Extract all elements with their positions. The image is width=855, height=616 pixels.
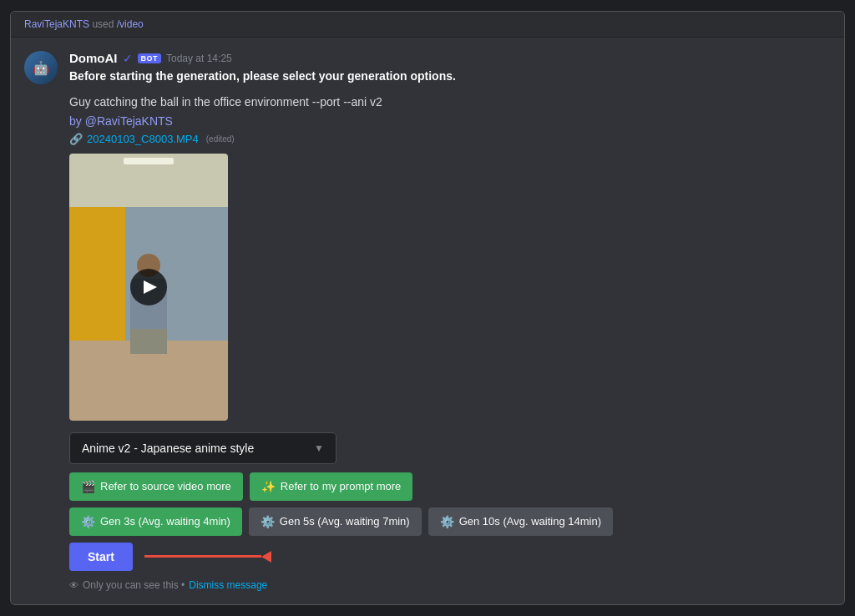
refer-prompt-label: Refer to my prompt more [281,480,402,492]
refer-prompt-icon: ✨ [261,480,276,493]
refer-source-video-icon: 🎬 [81,480,95,493]
command-bar: RaviTejaKNTS used /video [11,12,844,38]
dismiss-link[interactable]: Dismiss message [189,579,267,591]
command-action: used [92,18,114,30]
only-you-text: Only you can see this • [83,579,185,591]
prompt-text: Guy catching the ball in the office envi… [69,93,831,111]
refer-source-video-button[interactable]: 🎬 Refer to source video more [69,472,243,501]
command-slash: /video [117,18,144,30]
command-username: RaviTejaKNTS [24,18,89,30]
video-thumbnail[interactable] [69,154,228,421]
play-button[interactable] [130,269,167,305]
dropdown-selected-value: Anime v2 - Japanese anime style [82,442,254,455]
gen-10s-label: Gen 10s (Avg. waiting 14min) [459,515,601,528]
file-link[interactable]: 🔗 20240103_C8003.MP4 (edited) [69,133,831,145]
scene-wall-yellow [69,207,125,354]
person-legs [130,329,167,354]
start-button[interactable]: Start [69,543,133,571]
start-row: Start [69,543,831,571]
eye-icon: 👁 [69,580,78,590]
dropdown-container: Anime v2 - Japanese anime style ▼ [69,432,831,464]
edited-label: (edited) [206,134,235,144]
scene-ceiling-light [124,158,174,164]
start-label: Start [88,550,114,563]
generation-options-row1: 🎬 Refer to source video more ✨ Refer to … [69,472,831,501]
bot-name: DomoAI [69,51,118,65]
file-link-icon: 🔗 [69,133,83,145]
message-timestamp: Today at 14:25 [166,53,232,64]
verified-icon: ✓ [123,52,133,65]
bot-badge: BOT [138,53,162,63]
footer-message: 👁 Only you can see this • Dismiss messag… [69,579,831,591]
message-container: 🤖 DomoAI ✓ BOT Today at 14:25 Before sta… [11,38,844,604]
style-dropdown[interactable]: Anime v2 - Japanese anime style ▼ [69,432,336,464]
refer-source-video-label: Refer to source video more [100,480,231,492]
main-message-text: Before starting the generation, please s… [69,68,831,85]
arrow-indicator [144,551,271,563]
message-body: DomoAI ✓ BOT Today at 14:25 Before start… [69,51,831,591]
gen-5s-label: Gen 5s (Avg. waiting 7min) [280,515,410,528]
main-window: RaviTejaKNTS used /video 🤖 DomoAI ✓ BOT … [10,11,845,605]
gen-3s-button[interactable]: ⚙️ Gen 3s (Avg. waiting 4min) [69,507,242,536]
gen-5s-icon: ⚙️ [261,515,275,528]
avatar: 🤖 [24,51,58,84]
gen-10s-button[interactable]: ⚙️ Gen 10s (Avg. waiting 14min) [428,507,613,536]
arrow-line [144,555,261,558]
generation-duration-row: ⚙️ Gen 3s (Avg. waiting 4min) ⚙️ Gen 5s … [69,507,831,536]
file-name: 20240103_C8003.MP4 [87,133,199,145]
chevron-down-icon: ▼ [314,442,324,454]
refer-prompt-button[interactable]: ✨ Refer to my prompt more [250,472,413,501]
gen-10s-icon: ⚙️ [440,515,454,528]
arrow-head [261,551,271,563]
message-header: DomoAI ✓ BOT Today at 14:25 [69,51,831,65]
avatar-emoji: 🤖 [33,60,49,76]
gen-3s-label: Gen 3s (Avg. waiting 4min) [100,515,230,528]
prompt-by: by @RaviTejaKNTS [69,114,831,128]
play-icon [144,280,157,294]
gen-3s-icon: ⚙️ [81,515,95,528]
gen-5s-button[interactable]: ⚙️ Gen 5s (Avg. waiting 7min) [249,507,422,536]
